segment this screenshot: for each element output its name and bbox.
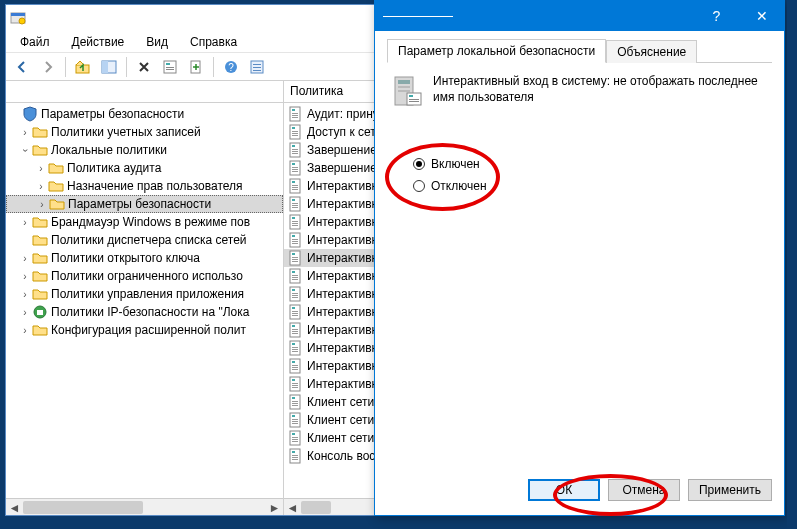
menu-help[interactable]: Справка xyxy=(180,33,247,51)
menu-action[interactable]: Действие xyxy=(62,33,135,51)
cancel-button[interactable]: Отмена xyxy=(608,479,680,501)
tree-label: Политики диспетчера списка сетей xyxy=(51,233,247,247)
delete-button[interactable] xyxy=(132,55,156,79)
refresh-button[interactable] xyxy=(245,55,269,79)
svg-rect-41 xyxy=(292,185,298,186)
radio-disabled[interactable]: Отключен xyxy=(413,175,772,197)
radio-icon[interactable] xyxy=(413,158,425,170)
menu-file[interactable]: Файл xyxy=(10,33,60,51)
svg-rect-28 xyxy=(292,135,298,136)
export-button[interactable] xyxy=(184,55,208,79)
expander-icon[interactable]: › xyxy=(18,217,32,228)
svg-rect-71 xyxy=(292,293,298,294)
tree-pubkey[interactable]: › Политики открытого ключа xyxy=(6,249,283,267)
svg-rect-66 xyxy=(292,275,298,276)
dialog-help-button[interactable]: ? xyxy=(694,1,739,31)
svg-rect-83 xyxy=(292,333,298,334)
up-button[interactable] xyxy=(71,55,95,79)
svg-rect-125 xyxy=(409,99,419,100)
svg-rect-106 xyxy=(292,419,298,420)
menu-view[interactable]: Вид xyxy=(136,33,178,51)
dialog-title xyxy=(383,9,694,23)
tree-netlist[interactable]: Политики диспетчера списка сетей xyxy=(6,231,283,249)
scroll-left-icon[interactable]: ◄ xyxy=(6,499,23,515)
back-button[interactable] xyxy=(10,55,34,79)
svg-rect-43 xyxy=(292,189,298,190)
folder-icon xyxy=(32,124,48,140)
svg-rect-87 xyxy=(292,349,298,350)
dialog-close-button[interactable]: ✕ xyxy=(739,1,784,31)
svg-rect-67 xyxy=(292,277,298,278)
tree-security-options[interactable]: › Параметры безопасности xyxy=(6,195,283,213)
svg-rect-36 xyxy=(292,167,298,168)
tab-local-setting[interactable]: Параметр локальной безопасности xyxy=(387,39,606,63)
svg-rect-77 xyxy=(292,313,298,314)
radio-group: Включен Отключен xyxy=(413,153,772,197)
expander-icon[interactable]: › xyxy=(35,199,49,210)
svg-rect-126 xyxy=(409,101,419,102)
tree-label: Брандмауэр Windows в режиме пов xyxy=(51,215,250,229)
scroll-left-icon[interactable]: ◄ xyxy=(284,499,301,515)
expander-icon[interactable]: › xyxy=(18,307,32,318)
svg-rect-35 xyxy=(292,163,295,165)
ok-button[interactable]: ОК xyxy=(528,479,600,501)
tree-restrict[interactable]: › Политики ограниченного использо xyxy=(6,267,283,285)
expander-icon[interactable]: › xyxy=(18,271,32,282)
expander-icon[interactable]: › xyxy=(34,181,48,192)
scroll-thumb[interactable] xyxy=(301,501,331,514)
svg-rect-96 xyxy=(292,383,298,384)
tree-content: Параметры безопасности › Политики учетны… xyxy=(6,103,283,498)
radio-icon[interactable] xyxy=(413,180,425,192)
folder-icon xyxy=(32,142,48,158)
tab-explain[interactable]: Объяснение xyxy=(606,40,697,63)
tree-advaudit[interactable]: › Конфигурация расширенной полит xyxy=(6,321,283,339)
expander-icon[interactable]: › xyxy=(18,289,32,300)
folder-icon xyxy=(32,286,48,302)
policy-item-icon xyxy=(288,196,304,212)
svg-rect-93 xyxy=(292,369,298,370)
expander-icon[interactable]: › xyxy=(18,253,32,264)
svg-rect-112 xyxy=(292,439,298,440)
expander-icon[interactable]: › xyxy=(18,127,32,138)
properties-button[interactable] xyxy=(158,55,182,79)
expander-icon[interactable]: › xyxy=(20,143,31,157)
svg-rect-98 xyxy=(292,387,298,388)
expander-icon[interactable]: › xyxy=(18,325,32,336)
svg-rect-105 xyxy=(292,415,295,417)
tree-header[interactable] xyxy=(6,81,283,103)
tree-ipsec[interactable]: › Политики IP-безопасности на "Лока xyxy=(6,303,283,321)
forward-button[interactable] xyxy=(36,55,60,79)
svg-rect-101 xyxy=(292,401,298,402)
show-hide-tree-button[interactable] xyxy=(97,55,121,79)
radio-label: Включен xyxy=(431,157,480,171)
policy-item-icon xyxy=(288,376,304,392)
svg-rect-7 xyxy=(166,63,170,65)
help-button[interactable]: ? xyxy=(219,55,243,79)
svg-rect-53 xyxy=(292,225,298,226)
tree-firewall[interactable]: › Брандмауэр Windows в режиме пов xyxy=(6,213,283,231)
tree-account-policies[interactable]: › Политики учетных записей xyxy=(6,123,283,141)
svg-rect-14 xyxy=(253,64,261,65)
apply-button[interactable]: Применить xyxy=(688,479,772,501)
svg-rect-100 xyxy=(292,397,295,399)
desktop-edge xyxy=(787,0,797,529)
policy-item-icon xyxy=(288,268,304,284)
tree-local-policies[interactable]: › Локальные политики xyxy=(6,141,283,159)
expander-icon[interactable]: › xyxy=(34,163,48,174)
radio-enabled[interactable]: Включен xyxy=(413,153,772,175)
dialog-titlebar[interactable]: ? ✕ xyxy=(375,1,784,31)
scroll-right-icon[interactable]: ► xyxy=(266,499,283,515)
policy-description: Интерактивный вход в систему: не отображ… xyxy=(387,63,772,113)
tree-label: Параметры безопасности xyxy=(68,197,211,211)
svg-rect-25 xyxy=(292,127,295,129)
tree-root[interactable]: Параметры безопасности xyxy=(6,105,283,123)
tree-user-rights[interactable]: › Назначение прав пользователя xyxy=(6,177,283,195)
svg-rect-63 xyxy=(292,261,298,262)
tree-appctrl[interactable]: › Политики управления приложения xyxy=(6,285,283,303)
tree-audit-policy[interactable]: › Политика аудита xyxy=(6,159,283,177)
folder-icon xyxy=(32,232,48,248)
tree-label: Конфигурация расширенной полит xyxy=(51,323,246,337)
svg-rect-70 xyxy=(292,289,295,291)
tree-hscrollbar[interactable]: ◄ ► xyxy=(6,498,283,515)
scroll-thumb[interactable] xyxy=(23,501,143,514)
